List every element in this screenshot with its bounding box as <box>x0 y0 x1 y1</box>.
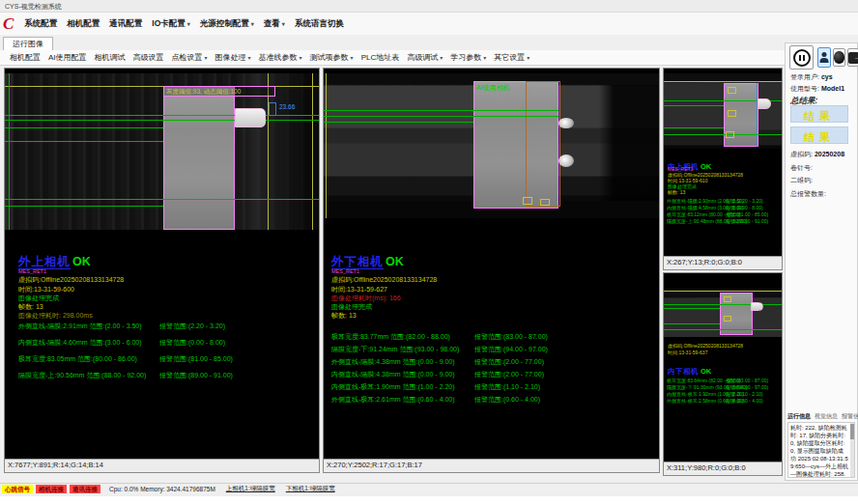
bright-spot <box>558 154 574 167</box>
alarm-range: 报警范围:(2.20 - 3.20) <box>159 322 225 330</box>
virtual-code-label: 虚拟码: <box>790 151 813 157</box>
status-icon <box>834 51 844 64</box>
frame-count-label: 帧数: 13 <box>18 302 43 311</box>
log-panel: 耗时: 222, 缺陷检测耗时: 17, 缺陷分类耗时: 0, 缺陷提取分区耗时… <box>787 422 855 478</box>
measurement-value: 外侧直线-隔膜:2.91mm 范围:(2.00 - 3.50) <box>18 322 142 330</box>
camera-connection-badge: 相机连接 <box>36 485 67 493</box>
measurement-value: 隔膜宽度-下:91.24mm 范围:(93.00 - 98.00) <box>331 345 459 353</box>
process-done-label: 图像处理完成 <box>331 302 372 311</box>
measurement-value: 内侧直线-隔膜:4.38mm 范围:(0.00 - 9.00) <box>331 370 455 378</box>
result-box-1: 结果 <box>790 105 848 123</box>
overlay-line <box>324 110 558 111</box>
tool-camera-debug[interactable]: 相机调试 <box>91 51 129 64</box>
defect-marker <box>728 110 736 117</box>
needle-number-label: 卷针号: <box>790 163 813 173</box>
tool-ai-config[interactable]: AI使用配置 <box>44 51 91 64</box>
measurement-value: 极耳宽度:83.05mm 范围:(80.00 - 86.00) <box>18 354 137 363</box>
tool-plc-address[interactable]: PLC地址表 <box>358 51 404 64</box>
camera-canvas-outer-top[interactable]: 23.66 灰度阈值:93, 动态阈值:100 <box>5 73 319 230</box>
tab-vision-info[interactable]: 视觉信息 <box>815 412 838 421</box>
tool-learning-params[interactable]: 学习参数 <box>446 51 490 64</box>
overlay-line <box>664 308 720 309</box>
menu-item-system-config[interactable]: 系统配置 <box>19 16 62 32</box>
log-scrollbar-thumb[interactable] <box>850 424 854 439</box>
comm-connection-badge: 通讯连接 <box>70 485 100 493</box>
result-ok-label: OK <box>72 255 91 268</box>
defect-marker <box>724 296 731 302</box>
measure-marker <box>269 102 276 116</box>
user-button[interactable] <box>817 47 831 68</box>
overlay-line <box>664 105 724 106</box>
menubar: C 系统配置 相机配置 通讯配置 IO卡配置 光源控制配置 查看 系统语言切换 <box>0 13 858 35</box>
alarm-range: 报警:(1.10 - 2.10) <box>726 391 763 397</box>
alarm-range: 报警范围:(0.60 - 4.00) <box>474 395 540 404</box>
exit-button[interactable]: → <box>847 48 858 67</box>
battery-cell-region <box>163 86 235 230</box>
camera-canvas-outer-bottom[interactable]: AI使用相机 <box>324 73 659 218</box>
camera-view-inner-bottom: 虚拟码:Offline20250208133134728 时间:13-31-59… <box>663 272 783 476</box>
camera-view-inner-top: 内上相机OK MES_RET1 虚拟码:Offline2025020813313… <box>663 68 783 270</box>
ai-detect-region <box>526 81 560 207</box>
tab-alarm-info[interactable]: 报警信息 <box>842 412 858 421</box>
electrode-tab <box>751 302 763 311</box>
menu-item-language[interactable]: 系统语言切换 <box>290 16 349 32</box>
virtual-code-value: 20250208 <box>815 151 844 157</box>
tool-other-settings[interactable]: 其它设置 <box>490 51 533 64</box>
ai-camera-label: AI使用相机 <box>476 83 510 93</box>
pause-button[interactable] <box>789 45 814 70</box>
measurement-value: 极耳宽度:83.77mm 范围:(82.00 - 88.00) <box>331 332 450 341</box>
tool-spot-check[interactable]: 点检设置 <box>168 51 212 64</box>
alarm-range: 报警范围:(89.00 - 91.00) <box>159 371 233 379</box>
result-box-2: 结果 <box>790 126 848 144</box>
upper-camera-link[interactable]: 上相机1:绿隔膜宽 <box>226 485 275 493</box>
alarm-range: 报警:(89.00 - 91.00) <box>726 218 768 224</box>
menu-item-camera-config[interactable]: 相机配置 <box>62 16 104 32</box>
tool-advanced-debug[interactable]: 高级调试 <box>403 51 446 64</box>
alarm-range: 报警:(81.00 - 85.00) <box>726 211 768 217</box>
camera-view-outer-top: 23.66 灰度阈值:93, 动态阈值:100 外上相机OK MES_RET1 … <box>4 68 320 473</box>
camera-canvas-inner-bottom[interactable] <box>664 289 782 337</box>
alarm-range: 报警范围:(94.00 - 97.00) <box>474 345 548 353</box>
tool-baseline-params[interactable]: 基准线参数 <box>255 51 306 64</box>
result-ok-label: OK <box>386 255 404 268</box>
camera-canvas-inner-top[interactable] <box>664 73 782 149</box>
menu-item-io-config[interactable]: IO卡配置 <box>147 16 195 32</box>
tool-camera-config[interactable]: 相机配置 <box>6 51 44 64</box>
spot-value-label: 23.66 <box>279 103 295 110</box>
result-text-2: 结果 <box>804 131 835 143</box>
tab-run-image[interactable]: 运行图像 <box>3 37 53 51</box>
elapsed-red-label: 图像处理耗时(ms): 166 <box>331 294 401 302</box>
overlay-line <box>268 73 269 230</box>
tool-test-params[interactable]: 测试项参数 <box>306 51 358 64</box>
alarm-range: 报警范围:(2.00 - 77.00) <box>474 370 544 378</box>
pixel-info-bar: X:311;Y:980;R:0;G:0;B:0 <box>664 462 782 475</box>
measurement-value: 隔膜宽度-上:90.56mm 范围:(88.00 - 92.00) <box>18 371 146 379</box>
menu-item-comm-config[interactable]: 通讯配置 <box>104 16 147 32</box>
bright-spot <box>558 118 574 128</box>
time-label: 时间:13-31-59-637 <box>668 350 707 355</box>
tool-advanced-settings[interactable]: 高级设置 <box>129 51 168 64</box>
log-scrollbar[interactable] <box>850 423 854 477</box>
menu-item-light-config[interactable]: 光源控制配置 <box>195 16 259 32</box>
alarm-range: 报警:(0.00 - 8.00) <box>726 205 763 210</box>
overlay-line <box>5 141 163 142</box>
overlay-line <box>324 122 473 123</box>
camera-name-label: 内下相机 <box>668 367 699 376</box>
model-label: 使用型号: <box>790 85 819 92</box>
defect-marker <box>724 316 731 322</box>
lower-camera-link[interactable]: 下相机1:绿隔膜宽 <box>286 485 335 493</box>
alarm-range: 报警范围:(1.10 - 2.10) <box>474 382 540 391</box>
tab-run-info[interactable]: 运行信息 <box>787 412 811 421</box>
model-value: Model1 <box>821 85 844 92</box>
alarm-range: 报警范围:(2.00 - 77.00) <box>474 357 544 366</box>
alarm-range: 报警:(94.00 - 97.00) <box>726 384 768 390</box>
overlay-line <box>5 206 163 207</box>
frame-count-label: 帧数: 13 <box>331 311 357 320</box>
tool-image-processing[interactable]: 图像处理 <box>212 51 255 64</box>
alarm-range: 报警范围:(81.00 - 85.00) <box>159 354 233 363</box>
status-button[interactable] <box>833 48 845 67</box>
user-icon <box>820 52 829 63</box>
overlay-line <box>664 304 782 305</box>
alarm-range: 报警:(83.00 - 87.00) <box>726 378 768 383</box>
menu-item-view[interactable]: 查看 <box>259 16 290 32</box>
